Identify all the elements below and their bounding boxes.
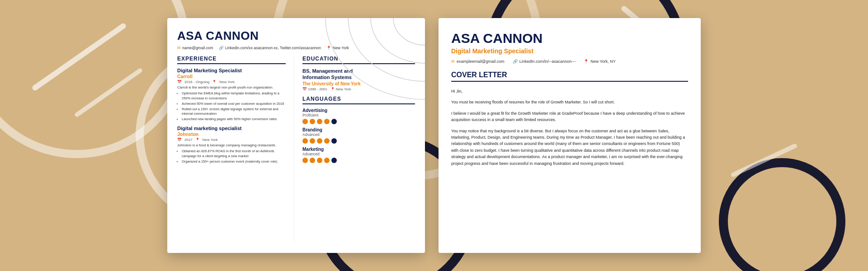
job-1-location: New York	[219, 80, 235, 84]
dot-m4	[324, 158, 330, 163]
dot-m2	[310, 158, 315, 163]
cover-linkedin-text: LinkedIn.com/in/--asacannon---	[519, 59, 576, 64]
job-1-bullets: Optimized the EMEA blog within template …	[177, 91, 286, 122]
resume-location: 📍 New York	[326, 46, 349, 50]
lang-branding-dots	[302, 138, 415, 144]
location-icon: 📍	[326, 46, 331, 50]
dot-b5	[331, 138, 337, 144]
dot-m3	[317, 158, 322, 163]
link-icon: 🔗	[219, 46, 224, 50]
job-1-bullet-4: Launched new landing pages with 50% high…	[182, 117, 286, 122]
resume-linkedin: 🔗 Linkedin.com/xx-asacannon-xx, Twitter.…	[219, 46, 321, 50]
cover-greeting: Hi Jin,	[451, 88, 688, 94]
resume-location-text: New York	[333, 46, 349, 50]
dot-b4	[324, 138, 330, 144]
job-2-meta: 📅 2017 📍 New York	[177, 138, 286, 142]
job-2-bullet-2: Organized a 150+ person customer event (…	[182, 159, 286, 164]
job-2-location: New York	[203, 138, 218, 142]
email-icon: ✉	[177, 46, 181, 50]
lang-branding-level: Advanced	[302, 132, 415, 137]
education-block: BS, Management andInformation Systems Th…	[302, 68, 415, 91]
dot-b1	[302, 138, 308, 144]
cover-location: 📍 New York, NY	[584, 59, 616, 64]
cover-link-icon: 🔗	[513, 59, 518, 64]
dot-4	[324, 119, 330, 124]
location-icon-edu: 📍	[330, 87, 335, 91]
lang-advertising-dots	[302, 119, 415, 124]
resume-card: ASA CANNON ✉ name@gmail.com 🔗 Linkedin.c…	[167, 18, 425, 253]
cover-linkedin: 🔗 LinkedIn.com/in/--asacannon---	[513, 59, 576, 64]
dot-b2	[310, 138, 315, 144]
experience-title: EXPERIENCE	[177, 56, 286, 64]
lang-marketing-name: Marketing	[302, 147, 415, 152]
resume-email-text: name@gmail.com	[182, 46, 213, 50]
resume-linkedin-text: Linkedin.com/xx-asacannon-xx, Twitter.co…	[225, 46, 321, 50]
resume-right-column: EDUCATION BS, Management andInformation …	[294, 56, 415, 243]
job-2-dates: 2017	[184, 138, 193, 142]
job-2-company: Johnston	[177, 131, 286, 137]
cover-email-text: exampleemail@gmail.com	[457, 59, 505, 64]
cover-body: Hi Jin, You must be receiving floods of …	[451, 88, 688, 167]
dot-5	[331, 119, 337, 124]
job-1-bullet-2: Achieved 50% lower of overall cost per c…	[182, 102, 286, 107]
dot-m5	[331, 158, 337, 163]
job-2-desc: Johnston is a food & beverage company ma…	[177, 143, 286, 148]
edu-degree: BS, Management andInformation Systems	[302, 68, 415, 81]
resume-left-column: EXPERIENCE Digital Marketing Specialist …	[177, 56, 286, 243]
location-icon-2: 📍	[195, 138, 200, 142]
lang-advertising: Advertising Proficient	[302, 108, 415, 124]
edu-dates: 1999 - 2001	[308, 87, 327, 91]
calendar-icon-1: 📅	[177, 80, 182, 84]
edu-location: New York	[336, 87, 351, 91]
edu-school: The University of New York	[302, 81, 415, 86]
calendar-icon-edu: 📅	[302, 87, 307, 91]
lang-advertising-level: Proficient	[302, 113, 415, 117]
job-1-title: Digital Marketing Specialist	[177, 68, 286, 73]
job-1-bullet-3: Rolled out a 150+ screen digital signage…	[182, 107, 286, 117]
cover-email: ✉ exampleemail@gmail.com	[451, 59, 505, 64]
lang-marketing-level: Advanced	[302, 152, 415, 156]
location-icon-1: 📍	[212, 80, 217, 84]
job-1-company: Carroll	[177, 74, 286, 79]
job-2-bullets: Obtained an 826.87% ROAS in the first mo…	[177, 149, 286, 164]
cover-letter-card: ASA CANNON Digital Marketing Specialist …	[439, 18, 701, 253]
cover-location-text: New York, NY	[590, 59, 616, 64]
dot-m1	[302, 158, 308, 163]
job-1-desc: Carroll is the world's largest non-profi…	[177, 85, 286, 90]
languages-title: LANGUAGES	[302, 96, 415, 104]
resume-contact: ✉ name@gmail.com 🔗 Linkedin.com/xx-asaca…	[177, 46, 415, 50]
dot-3	[317, 119, 322, 124]
cover-name: ASA CANNON	[451, 31, 688, 46]
job-1-bullet-1: Optimized the EMEA blog within template …	[182, 91, 286, 101]
job-2-title: Digital marketing specialist	[177, 126, 286, 131]
lang-marketing: Marketing Advanced	[302, 147, 415, 163]
dot-1	[302, 119, 308, 124]
lang-marketing-dots	[302, 158, 415, 163]
cover-para-3: You may notice that my background is a b…	[451, 128, 688, 167]
main-layout: ASA CANNON ✉ name@gmail.com 🔗 Linkedin.c…	[0, 0, 868, 271]
calendar-icon-2: 📅	[177, 138, 182, 142]
cover-email-icon: ✉	[451, 59, 455, 64]
education-title: EDUCATION	[302, 56, 415, 64]
job-1: Digital Marketing Specialist Carroll 📅 2…	[177, 68, 286, 122]
dot-b3	[317, 138, 322, 144]
cover-contact: ✉ exampleemail@gmail.com 🔗 LinkedIn.com/…	[451, 59, 688, 64]
lang-advertising-name: Advertising	[302, 108, 415, 113]
cover-para-1: You must be receiving floods of resumes …	[451, 99, 688, 105]
job-2: Digital marketing specialist Johnston 📅 …	[177, 126, 286, 164]
cover-subtitle: Digital Marketing Specialist	[451, 47, 688, 55]
dot-2	[310, 119, 315, 124]
job-1-meta: 📅 2016 - Ongoing 📍 New York	[177, 80, 286, 84]
edu-meta: 📅 1999 - 2001 📍 New York	[302, 87, 415, 91]
job-2-bullet-1: Obtained an 826.87% ROAS in the first mo…	[182, 149, 286, 159]
resume-email: ✉ name@gmail.com	[177, 46, 213, 50]
lang-branding: Branding Advanced	[302, 127, 415, 144]
cover-loc-icon: 📍	[584, 59, 589, 64]
resume-name: ASA CANNON	[177, 29, 415, 43]
cover-para-2: I believe I would be a great fit for the…	[451, 110, 688, 123]
job-1-dates: 2016 - Ongoing	[184, 80, 209, 84]
lang-branding-name: Branding	[302, 127, 415, 132]
cover-section-title: COVER LETTER	[451, 71, 688, 82]
